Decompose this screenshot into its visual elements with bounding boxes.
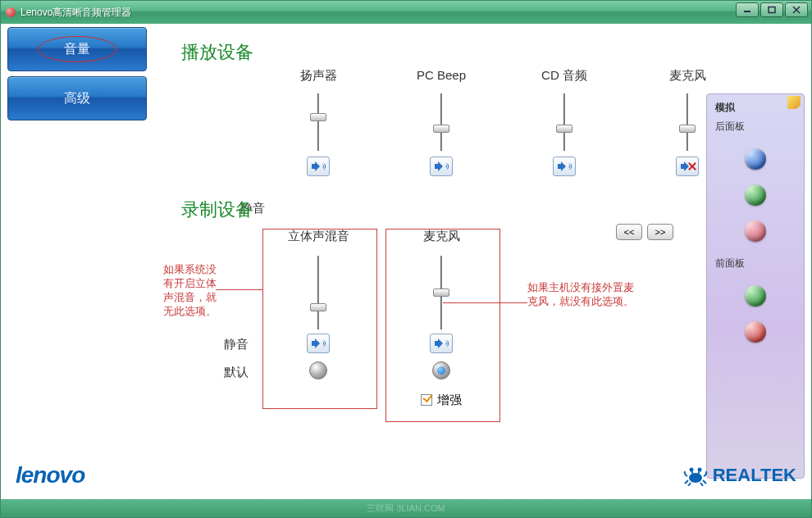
speaker-muted-icon (681, 161, 694, 172)
sidebar-volume-button[interactable]: 音量 (7, 27, 147, 71)
sidebar: 音量 高级 (7, 27, 147, 125)
speaker-icon (558, 161, 571, 172)
mute-button-rec-mic[interactable] (430, 334, 453, 353)
sidebar-advanced-label: 高级 (64, 90, 90, 107)
sidebar-volume-label: 音量 (64, 41, 90, 58)
playback-slider-pcbeep[interactable] (433, 93, 449, 151)
record-col-stereomix: 立体声混音 (257, 225, 380, 411)
logo-bar: lenovo REALTEK (16, 457, 796, 494)
analog-panel: 模拟 后面板 前面板 (706, 93, 805, 479)
realtek-text: REALTEK (713, 465, 796, 486)
sidebar-advanced-button[interactable]: 高级 (7, 76, 147, 120)
title-bar[interactable]: Lenovo高清晰音频管理器 (1, 1, 811, 24)
playback-label-cdaudio: CD 音频 (503, 68, 626, 88)
front-panel-label: 前面板 (715, 257, 796, 270)
content-area: 播放设备 扬声器 PC Beep (167, 24, 810, 499)
record-col-mic: 麦克风 增强 (380, 225, 503, 411)
record-slider-stereomix[interactable] (310, 256, 326, 329)
window-title: Lenovo高清晰音频管理器 (21, 6, 131, 20)
mute-button-pcbeep[interactable] (430, 157, 453, 176)
playback-label-speaker: 扬声器 (257, 68, 380, 88)
playback-col-pcbeep: PC Beep (380, 68, 503, 181)
jack-rear-green[interactable] (745, 184, 766, 206)
annotation-mic: 如果主机没有接外置麦克风，就没有此选项。 (527, 281, 634, 309)
close-button[interactable] (785, 2, 808, 17)
playback-slider-mic[interactable] (679, 93, 696, 151)
record-slider-mic[interactable] (433, 256, 449, 329)
speaker-icon (435, 161, 448, 172)
playback-slider-speaker[interactable] (310, 93, 326, 151)
jack-rear-pink[interactable] (745, 220, 766, 242)
jack-front-red[interactable] (745, 321, 766, 343)
app-icon (6, 7, 16, 17)
record-label-stereomix: 立体声混音 (257, 229, 380, 252)
speaker-icon (312, 338, 325, 349)
lenovo-logo: lenovo (16, 462, 84, 488)
enhance-checkbox[interactable] (421, 394, 432, 406)
annotation-line-mic (443, 302, 527, 303)
mute-button-cdaudio[interactable] (553, 157, 576, 176)
client-area: 音量 高级 播放设备 扬声器 (2, 24, 810, 499)
jack-front-green[interactable] (745, 285, 766, 307)
playback-col-speaker: 扬声器 (257, 68, 380, 181)
annotation-line-stereomix (216, 289, 262, 290)
record-mute-label: 静音 (224, 337, 249, 352)
speaker-icon (312, 161, 325, 172)
note-icon[interactable] (787, 96, 801, 109)
record-default-label: 默认 (224, 365, 249, 380)
mute-button-mic[interactable] (676, 157, 699, 176)
mute-button-speaker[interactable] (307, 157, 330, 176)
realtek-logo: REALTEK (683, 465, 796, 486)
playback-title: 播放设备 (181, 40, 810, 65)
rear-panel-label: 后面板 (715, 120, 796, 134)
svg-rect-1 (769, 7, 775, 13)
jack-rear-blue[interactable] (745, 148, 766, 170)
speaker-icon (435, 338, 448, 349)
playback-label-pcbeep: PC Beep (380, 68, 503, 88)
playback-col-cdaudio: CD 音频 (503, 68, 626, 181)
app-window: Lenovo高清晰音频管理器 音量 高级 播放设备 (0, 0, 812, 518)
panel-title: 模拟 (715, 101, 796, 115)
default-radio-stereomix[interactable] (309, 361, 327, 379)
enhance-label: 增强 (437, 393, 462, 408)
annotation-stereomix: 如果系统没有开启立体声混音，就无此选项。 (163, 263, 219, 319)
mute-button-rec-stereomix[interactable] (307, 334, 330, 353)
playback-label-mic: 麦克风 (626, 68, 749, 88)
default-radio-mic[interactable] (432, 361, 450, 379)
svg-point-4 (689, 473, 702, 483)
playback-slider-cdaudio[interactable] (556, 93, 573, 151)
footer-watermark: 三联网 3LIAN.COM (1, 499, 811, 517)
minimize-button[interactable] (736, 2, 759, 17)
realtek-crab-icon (683, 465, 708, 486)
window-controls (736, 2, 808, 17)
record-label-mic: 麦克风 (380, 229, 503, 252)
maximize-button[interactable] (760, 2, 783, 17)
